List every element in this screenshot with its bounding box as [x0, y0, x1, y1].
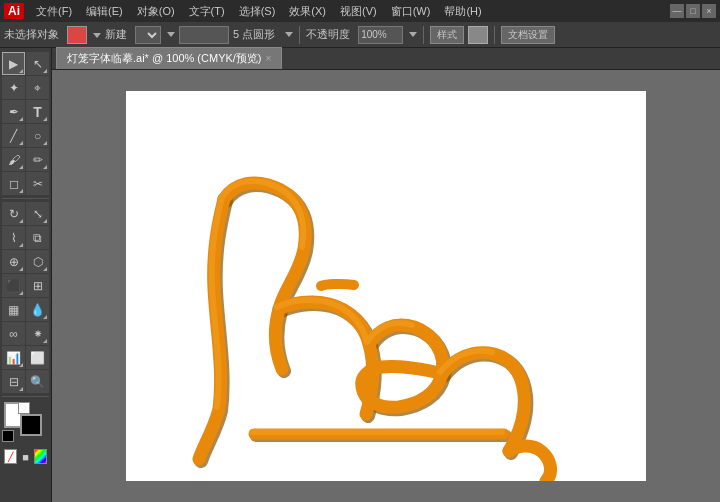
- eyedropper-tool[interactable]: 💧: [26, 298, 49, 321]
- free-transform-tool[interactable]: ⧉: [26, 226, 49, 249]
- tool-row-13: 📊 ⬜: [2, 346, 49, 369]
- divider-1: [299, 26, 300, 44]
- artboard: [126, 91, 646, 481]
- paintbrush-tool[interactable]: 🖌: [2, 148, 25, 171]
- perspective-tool[interactable]: ⬛: [2, 274, 25, 297]
- default-colors[interactable]: [2, 430, 14, 442]
- opacity-input[interactable]: [358, 26, 403, 44]
- win-minimize[interactable]: —: [670, 4, 684, 18]
- gradient-mode[interactable]: [34, 449, 47, 464]
- doc-settings-button[interactable]: 文档设置: [501, 26, 555, 44]
- pen-tool[interactable]: ✒: [2, 100, 25, 123]
- swap-colors[interactable]: [18, 402, 30, 414]
- window-controls: — □ ×: [670, 4, 716, 18]
- canvas-container[interactable]: [52, 70, 720, 502]
- scale-tool[interactable]: ⤡: [26, 202, 49, 225]
- tool-row-2: ✦ ⌖: [2, 76, 49, 99]
- divider-2: [423, 26, 424, 44]
- menu-window[interactable]: 窗口(W): [385, 2, 437, 21]
- app-logo: Ai: [4, 3, 24, 19]
- titlebar: Ai 文件(F) 编辑(E) 对象(O) 文字(T) 选择(S) 效果(X) 视…: [0, 0, 720, 22]
- selection-label: 未选择对象: [4, 27, 59, 42]
- selection-tool[interactable]: ▶: [2, 52, 25, 75]
- tab-close-button[interactable]: ×: [266, 53, 272, 64]
- live-paint-tool[interactable]: ⬡: [26, 250, 49, 273]
- menu-bar: 文件(F) 编辑(E) 对象(O) 文字(T) 选择(S) 效果(X) 视图(V…: [30, 2, 488, 21]
- menu-view[interactable]: 视图(V): [334, 2, 383, 21]
- style-button[interactable]: 样式: [430, 26, 464, 44]
- point-dropdown-arrow: [285, 32, 293, 37]
- tool-row-10: ⬛ ⊞: [2, 274, 49, 297]
- warp-tool[interactable]: ⌇: [2, 226, 25, 249]
- shape-builder-tool[interactable]: ⊕: [2, 250, 25, 273]
- menu-select[interactable]: 选择(S): [233, 2, 282, 21]
- menu-file[interactable]: 文件(F): [30, 2, 78, 21]
- magic-wand-tool[interactable]: ✦: [2, 76, 25, 99]
- style-preview: [468, 26, 488, 44]
- slice-tool[interactable]: ⊟: [2, 370, 25, 393]
- opacity-label: 不透明度: [306, 27, 350, 42]
- type-tool[interactable]: T: [26, 100, 49, 123]
- tool-row-14: ⊟ 🔍: [2, 370, 49, 393]
- menu-edit[interactable]: 编辑(E): [80, 2, 129, 21]
- document-tab[interactable]: 灯笼字体临摹.ai* @ 100% (CMYK/预览) ×: [56, 47, 282, 69]
- value-input[interactable]: [179, 26, 229, 44]
- direct-selection-tool[interactable]: ↖: [26, 52, 49, 75]
- tool-sep-1: [2, 198, 49, 199]
- main-area: ▶ ↖ ✦ ⌖ ✒ T ╱ ○ 🖌 ✏ ◻ ✂ ↻ ⤡ ⌇ ⧉: [0, 48, 720, 502]
- color-mode[interactable]: ■: [19, 449, 32, 464]
- new-dropdown-arrow: [167, 32, 175, 37]
- menu-effect[interactable]: 效果(X): [283, 2, 332, 21]
- tool-row-9: ⊕ ⬡: [2, 250, 49, 273]
- tool-row-12: ∞ ⁕: [2, 322, 49, 345]
- tool-row-5: 🖌 ✏: [2, 148, 49, 171]
- column-graph-tool[interactable]: 📊: [2, 346, 25, 369]
- menu-type[interactable]: 文字(T): [183, 2, 231, 21]
- canvas-area: 灯笼字体临摹.ai* @ 100% (CMYK/预览) ×: [52, 48, 720, 502]
- tool-row-6: ◻ ✂: [2, 172, 49, 195]
- mesh-tool[interactable]: ⊞: [26, 274, 49, 297]
- rotate-tool[interactable]: ↻: [2, 202, 25, 225]
- divider-3: [494, 26, 495, 44]
- tool-row-3: ✒ T: [2, 100, 49, 123]
- symbol-sprayer-tool[interactable]: ⁕: [26, 322, 49, 345]
- tool-row-7: ↻ ⤡: [2, 202, 49, 225]
- line-tool[interactable]: ╱: [2, 124, 25, 147]
- lasso-tool[interactable]: ⌖: [26, 76, 49, 99]
- tool-row-8: ⌇ ⧉: [2, 226, 49, 249]
- menu-help[interactable]: 帮助(H): [438, 2, 487, 21]
- stroke-color-icon[interactable]: [67, 26, 87, 44]
- point-label: 5 点圆形: [233, 27, 275, 42]
- win-close[interactable]: ×: [702, 4, 716, 18]
- tool-sep-2: [2, 396, 49, 397]
- new-select[interactable]: [135, 26, 161, 44]
- tab-label: 灯笼字体临摹.ai* @ 100% (CMYK/预览): [67, 51, 262, 66]
- zoom-tool[interactable]: 🔍: [26, 370, 49, 393]
- eraser-tool[interactable]: ◻: [2, 172, 25, 195]
- color-mode-section: ╱ ■: [2, 447, 49, 466]
- options-bar: 未选择对象 新建 5 点圆形 不透明度 样式 文档设置: [0, 22, 720, 48]
- toolbar: ▶ ↖ ✦ ⌖ ✒ T ╱ ○ 🖌 ✏ ◻ ✂ ↻ ⤡ ⌇ ⧉: [0, 48, 52, 502]
- gradient-tool[interactable]: ▦: [2, 298, 25, 321]
- artboard-tool[interactable]: ⬜: [26, 346, 49, 369]
- stroke-dropdown-arrow[interactable]: [91, 29, 101, 41]
- win-maximize[interactable]: □: [686, 4, 700, 18]
- ellipse-tool[interactable]: ○: [26, 124, 49, 147]
- no-fill[interactable]: ╱: [4, 449, 17, 464]
- tool-row-1: ▶ ↖: [2, 52, 49, 75]
- opacity-dropdown-arrow: [409, 32, 417, 37]
- artwork-svg: [126, 91, 646, 481]
- tool-row-4: ╱ ○: [2, 124, 49, 147]
- menu-object[interactable]: 对象(O): [131, 2, 181, 21]
- scissors-tool[interactable]: ✂: [26, 172, 49, 195]
- color-section: [2, 402, 50, 442]
- blend-tool[interactable]: ∞: [2, 322, 25, 345]
- tab-bar: 灯笼字体临摹.ai* @ 100% (CMYK/预览) ×: [52, 48, 720, 70]
- stroke-color[interactable]: [20, 414, 42, 436]
- new-label: 新建: [105, 27, 127, 42]
- tool-row-11: ▦ 💧: [2, 298, 49, 321]
- pencil-tool[interactable]: ✏: [26, 148, 49, 171]
